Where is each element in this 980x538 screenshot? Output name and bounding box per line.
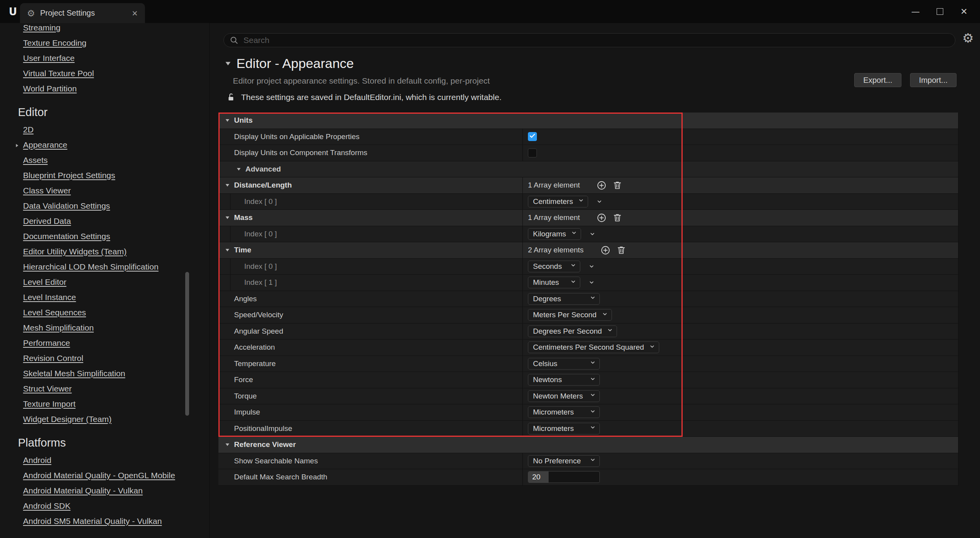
sidebar-item-hierarchical-lod-mesh-simplification[interactable]: Hierarchical LOD Mesh Simplification: [0, 259, 209, 274]
sidebar-item-editor-utility-widgets-team[interactable]: Editor Utility Widgets (Team): [0, 244, 209, 259]
setting-label: Temperature: [234, 359, 276, 368]
dropdown-index-0-kilograms[interactable]: Kilograms: [528, 228, 581, 240]
settings-row: Index [ 0 ]Kilograms: [218, 226, 958, 243]
view-options-gear-icon[interactable]: ⚙: [962, 32, 974, 45]
delete-array-button[interactable]: [616, 245, 626, 255]
add-array-element-button[interactable]: [600, 245, 611, 256]
dropdown-positionalimpulse[interactable]: Micrometers: [528, 423, 600, 434]
sidebar-item-level-instance[interactable]: Level Instance: [0, 290, 209, 305]
sidebar-scrollbar[interactable]: [185, 272, 189, 416]
setting-label-cell: Units: [218, 113, 958, 129]
sidebar-item-level-sequences[interactable]: Level Sequences: [0, 305, 209, 320]
settings-array-header[interactable]: Mass1 Array element: [218, 210, 958, 226]
sidebar-item-derived-data[interactable]: Derived Data: [0, 213, 209, 229]
dropdown-speed-velocity[interactable]: Meters Per Second: [528, 309, 612, 321]
dropdown-index-0-centimeters[interactable]: Centimeters: [528, 196, 588, 207]
settings-row: TorqueNewton Meters: [218, 388, 958, 405]
settings-row: ImpulseMicrometers: [218, 404, 958, 421]
setting-label-cell: Index [ 0 ]: [218, 226, 522, 242]
sidebar-item-assets[interactable]: Assets: [0, 152, 209, 168]
tab-project-settings[interactable]: ⚙ Project Settings ✕: [20, 3, 145, 23]
settings-array-header[interactable]: Distance/Length1 Array element: [218, 177, 958, 194]
settings-advanced-header[interactable]: Advanced: [218, 161, 958, 178]
settings-category-header[interactable]: Units: [218, 113, 958, 129]
dropdown-value: Degrees: [533, 295, 561, 303]
setting-label: Impulse: [234, 408, 260, 416]
setting-value-cell: Centimeters Per Second Squared: [522, 340, 958, 356]
indent-guide-line: [230, 275, 231, 291]
dropdown-force[interactable]: Newtons: [528, 374, 600, 386]
sidebar-item-struct-viewer[interactable]: Struct Viewer: [0, 381, 209, 396]
sidebar-item-2d[interactable]: 2D: [0, 122, 209, 137]
dropdown-impulse[interactable]: Micrometers: [528, 406, 600, 418]
sidebar-item-android-material-quality-vulkan[interactable]: Android Material Quality - Vulkan: [0, 483, 209, 498]
import-button[interactable]: Import...: [910, 73, 957, 87]
sidebar-item-performance[interactable]: Performance: [0, 335, 209, 350]
delete-array-button[interactable]: [612, 180, 622, 190]
search-input[interactable]: [243, 35, 950, 45]
sidebar-item-revision-control[interactable]: Revision Control: [0, 350, 209, 366]
sidebar-item-skeletal-mesh-simplification[interactable]: Skeletal Mesh Simplification: [0, 366, 209, 381]
checkbox-display-units-on-applicable-properties[interactable]: [528, 132, 537, 141]
checkbox-display-units-on-component-transforms[interactable]: [528, 148, 537, 157]
dropdown-angular-speed[interactable]: Degrees Per Second: [528, 325, 617, 337]
add-array-element-button[interactable]: [596, 180, 607, 191]
settings-table: UnitsDisplay Units on Applicable Propert…: [218, 113, 959, 486]
settings-array-header[interactable]: Time2 Array elements: [218, 242, 958, 259]
minimize-button[interactable]: —: [903, 0, 928, 23]
sidebar-item-user-interface[interactable]: User Interface: [0, 50, 209, 66]
close-button[interactable]: ✕: [952, 0, 976, 23]
sidebar-item-android-material-quality-opengl-mobile[interactable]: Android Material Quality - OpenGL Mobile: [0, 468, 209, 483]
sidebar-list: StreamingTexture EncodingUser InterfaceV…: [0, 23, 209, 529]
setting-label: Show Searchable Names: [234, 457, 318, 465]
setting-value-cell: Celsius: [522, 356, 958, 372]
sidebar-item-android[interactable]: Android: [0, 452, 209, 468]
sidebar-item-class-viewer[interactable]: Class Viewer: [0, 183, 209, 198]
delete-array-button[interactable]: [612, 213, 622, 223]
sidebar-item-documentation-settings[interactable]: Documentation Settings: [0, 229, 209, 244]
array-element-options-chevron-icon[interactable]: [585, 277, 598, 288]
settings-category-header[interactable]: Reference Viewer: [218, 437, 958, 453]
sidebar-item-label: Virtual Texture Pool: [23, 69, 94, 78]
sidebar-item-world-partition[interactable]: World Partition: [0, 81, 209, 96]
indent-guide-line: [230, 226, 231, 242]
sidebar-item-blueprint-project-settings[interactable]: Blueprint Project Settings: [0, 168, 209, 183]
array-element-options-chevron-icon[interactable]: [593, 196, 606, 207]
sidebar-item-data-validation-settings[interactable]: Data Validation Settings: [0, 198, 209, 213]
sidebar-item-virtual-texture-pool[interactable]: Virtual Texture Pool: [0, 66, 209, 81]
project-settings-icon: ⚙: [27, 8, 35, 18]
number-input-default-max-search-breadth[interactable]: 20: [528, 471, 600, 483]
maximize-button[interactable]: [928, 0, 952, 23]
tab-close-icon[interactable]: ✕: [132, 9, 138, 18]
array-element-options-chevron-icon[interactable]: [585, 261, 598, 272]
sidebar-item-android-sm5-material-quality-vulkan[interactable]: Android SM5 Material Quality - Vulkan: [0, 513, 209, 529]
section-collapse-icon[interactable]: [224, 60, 232, 67]
dropdown-show-searchable-names[interactable]: No Preference: [528, 455, 600, 467]
array-element-options-chevron-icon[interactable]: [586, 228, 599, 240]
sidebar-item-texture-encoding[interactable]: Texture Encoding: [0, 35, 209, 50]
main-panel: ⚙ Editor - Appearance Editor project app…: [209, 23, 980, 538]
dropdown-torque[interactable]: Newton Meters: [528, 390, 600, 402]
sidebar-item-mesh-simplification[interactable]: Mesh Simplification: [0, 320, 209, 335]
sidebar-item-widget-designer-team[interactable]: Widget Designer (Team): [0, 411, 209, 427]
export-button[interactable]: Export...: [854, 73, 901, 87]
sidebar-item-label: Struct Viewer: [23, 384, 72, 393]
dropdown-value: Micrometers: [533, 424, 574, 433]
add-array-element-button[interactable]: [596, 213, 607, 223]
dropdown-angles[interactable]: Degrees: [528, 293, 600, 305]
settings-row: Speed/VelocityMeters Per Second: [218, 307, 958, 324]
dropdown-acceleration[interactable]: Centimeters Per Second Squared: [528, 341, 659, 353]
sidebar-item-appearance[interactable]: Appearance: [0, 137, 209, 152]
dropdown-index-0-seconds[interactable]: Seconds: [528, 261, 580, 272]
collapse-arrow-icon: [225, 118, 230, 123]
sidebar-item-android-sdk[interactable]: Android SDK: [0, 498, 209, 513]
setting-value-cell: Newton Meters: [522, 388, 958, 404]
dropdown-index-1-minutes[interactable]: Minutes: [528, 277, 580, 288]
sidebar-item-streaming[interactable]: Streaming: [0, 23, 209, 35]
sidebar-item-level-editor[interactable]: Level Editor: [0, 274, 209, 290]
sidebar-item-texture-import[interactable]: Texture Import: [0, 396, 209, 411]
chevron-down-icon: [589, 408, 596, 417]
setting-label-cell: Index [ 0 ]: [218, 194, 522, 210]
setting-value-cell: 1 Array element: [522, 210, 958, 226]
dropdown-temperature[interactable]: Celsius: [528, 358, 600, 370]
